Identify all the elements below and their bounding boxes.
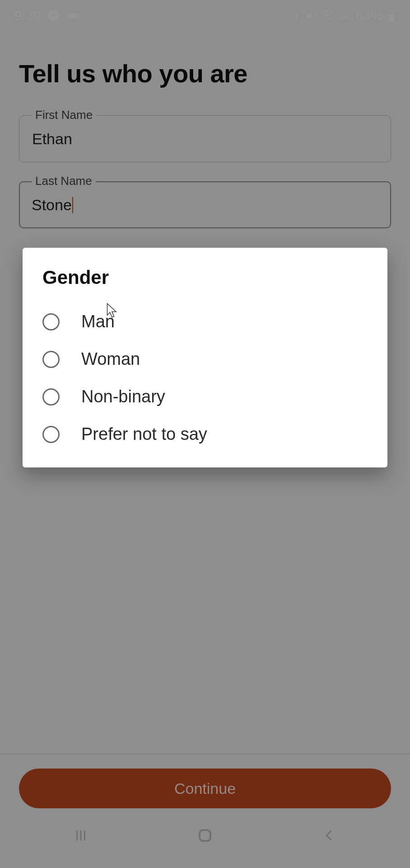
gender-option-prefer-not[interactable]: Prefer not to say xyxy=(42,415,368,453)
gender-option-label: Prefer not to say xyxy=(81,425,207,444)
gender-option-woman[interactable]: Woman xyxy=(42,340,368,378)
gender-option-label: Man xyxy=(81,312,115,331)
gender-option-label: Woman xyxy=(81,349,140,369)
radio-unchecked-icon xyxy=(42,313,60,330)
gender-option-label: Non-binary xyxy=(81,387,165,406)
gender-dialog: Gender Man Woman Non-binary Prefer not t… xyxy=(23,248,387,467)
gender-option-nonbinary[interactable]: Non-binary xyxy=(42,378,368,415)
radio-unchecked-icon xyxy=(42,388,60,406)
gender-dialog-title: Gender xyxy=(42,267,368,288)
radio-unchecked-icon xyxy=(42,426,60,443)
gender-option-man[interactable]: Man xyxy=(42,303,368,340)
radio-unchecked-icon xyxy=(42,351,60,368)
